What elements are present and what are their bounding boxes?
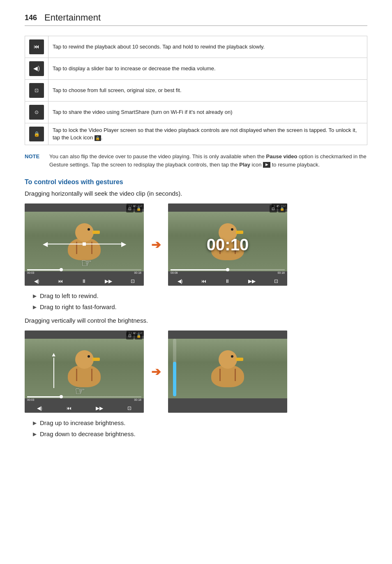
icon-cell-rewind: ⏮: [25, 36, 48, 58]
video-mockup-vertical-after: [168, 331, 287, 413]
time-overlay: 00:10: [207, 236, 249, 254]
full-icon-r: ⊡: [274, 278, 278, 284]
horizontal-gesture-desc: Dragging horizontally will seek the vide…: [25, 190, 367, 197]
up-arrow-icon: ▲: [51, 351, 57, 358]
time-end-label-r: 00:18: [277, 271, 285, 274]
video-mockup-horizontal-after: 00:10 2:45 PM ⊡ 🔒 00:08 00:18: [168, 203, 287, 286]
time-end-v: 00:18: [134, 398, 141, 401]
left-arrow-icon: ◀: [43, 240, 48, 248]
table-row: ⏮ Tap to rewind the playback about 10 se…: [25, 36, 367, 58]
bullet-arrow-icon: ▶: [33, 293, 37, 299]
fwd-icon-r: ▶▶: [248, 278, 256, 284]
page-title: Entertainment: [44, 12, 101, 23]
time-start-label-r: 00:08: [171, 271, 178, 274]
pause-icon-r: ⏸: [225, 278, 230, 284]
page-number: 146: [25, 14, 37, 22]
icon-cell-volume: ◀): [25, 58, 48, 80]
time-start-label: 00:03: [27, 271, 35, 274]
full-icon: ⊡: [131, 278, 135, 284]
brightness-bar: [173, 339, 176, 396]
bottom-controls-v: ◀) ⏮ ▶▶ ⊡: [25, 405, 144, 411]
duck-background-v-result: [168, 339, 287, 398]
time-start-v: 00:03: [27, 398, 35, 401]
icon-cell-lock: 🔒: [25, 123, 48, 145]
video-controls-top-result: ⊡ 🔒: [270, 205, 286, 213]
drag-arrows-horizontal: ◀ ▶: [43, 240, 126, 248]
bullet-drag-up: ▶ Drag up to increase brightness.: [33, 419, 367, 426]
pause-icon-v: ▶▶: [96, 405, 103, 411]
vertical-gesture-images: ▲ ☞ 12:46 AM ⊡ 🔒 00:03 00:18: [25, 331, 367, 413]
table-row: ⊡ Tap to choose from full screen, origin…: [25, 80, 367, 102]
table-row: ⊙ Tap to share the video using SmartShar…: [25, 102, 367, 123]
desc-share: Tap to share the video using SmartShare …: [48, 102, 367, 123]
brightness-fill: [173, 362, 176, 396]
finger-gesture-icon: ☞: [81, 256, 92, 270]
lock-ctrl-icon-v: 🔒: [135, 332, 142, 340]
table-row: ◀) Tap to display a slider bar to increa…: [25, 58, 367, 80]
time-end-label: 00:18: [134, 271, 141, 274]
progress-bar-area: 00:03 00:18: [27, 269, 141, 274]
transition-arrow-v: ➔: [151, 365, 161, 379]
table-row: 🔒 Tap to lock the Video Player screen so…: [25, 123, 367, 145]
horizontal-bullets: ▶ Drag to left to rewind. ▶ Drag to righ…: [33, 292, 367, 310]
desc-screen: Tap to choose from full screen, original…: [48, 80, 367, 102]
video-controls-top: ⊡ 🔒: [126, 205, 142, 213]
note-text: You can also flip the device over to pau…: [49, 153, 367, 169]
icon-reference-table: ⏮ Tap to rewind the playback about 10 se…: [25, 36, 367, 145]
screen-ctrl-icon-r: ⊡: [270, 205, 277, 213]
progress-bar-area-result: 00:08 00:18: [171, 269, 285, 274]
rew-icon: ⏮: [58, 278, 63, 284]
vol-icon: ◀): [34, 278, 39, 284]
desc-rewind: Tap to rewind the playback about 10 seco…: [48, 36, 367, 58]
full-icon-v: ⊡: [127, 405, 131, 411]
icon-cell-screen: ⊡: [25, 80, 48, 102]
page-header: 146 Entertainment: [25, 12, 367, 26]
note-label: NOTE: [25, 153, 49, 169]
vol-icon-v: ◀): [37, 405, 42, 411]
bullet-arrow-icon2: ▶: [33, 304, 37, 310]
drag-arrows-vertical: ▲: [51, 351, 57, 388]
transition-arrow: ➔: [151, 238, 161, 252]
bullet-arrow-icon3: ▶: [33, 420, 37, 426]
rew-icon-r: ⏮: [201, 278, 206, 284]
lock-ctrl-icon-r: 🔒: [278, 205, 286, 213]
video-mockup-horizontal-before: ◀ ▶ ☞ 12:46 AM ⊡ 🔒 00: [25, 203, 144, 286]
right-arrow-icon: ▶: [121, 240, 126, 248]
vertical-bullets: ▶ Drag up to increase brightness. ▶ Drag…: [33, 419, 367, 437]
note-box: NOTE You can also flip the device over t…: [25, 153, 367, 169]
bottom-controls-result: ◀) ⏮ ⏸ ▶▶ ⊡: [168, 278, 287, 284]
vol-icon-r: ◀): [178, 278, 183, 284]
vertical-gesture-desc: Dragging vertically will control the bri…: [25, 317, 367, 324]
bullet-arrow-icon4: ▶: [33, 431, 37, 437]
bullet-drag-down: ▶ Drag down to decrease brightness.: [33, 430, 367, 437]
pause-icon: ⏸: [81, 278, 86, 284]
video-mockup-vertical-before: ▲ ☞ 12:46 AM ⊡ 🔒 00:03 00:18: [25, 331, 144, 413]
rew-icon-v: ⏮: [67, 405, 71, 411]
bullet-rewind: ▶ Drag to left to rewind.: [33, 292, 367, 299]
screen-ctrl-icon: ⊡: [126, 205, 134, 213]
bottom-controls: ◀) ⏮ ⏸ ▶▶ ⊡: [25, 278, 144, 284]
desc-volume: Tap to display a slider bar to increase …: [48, 58, 367, 80]
bullet-fastforward: ▶ Drag to right to fast-forward.: [33, 303, 367, 310]
desc-lock: Tap to lock the Video Player screen so t…: [48, 123, 367, 145]
progress-bar-area-v: 00:03 00:18: [27, 396, 141, 401]
screen-ctrl-icon-v: ⊡: [126, 332, 134, 340]
lock-ctrl-icon: 🔒: [135, 205, 142, 213]
horizontal-gesture-images: ◀ ▶ ☞ 12:46 AM ⊡ 🔒 00: [25, 203, 367, 286]
video-controls-top-v: ⊡ 🔒: [126, 332, 142, 340]
section-heading-gestures: To control videos with gestures: [25, 178, 367, 186]
fwd-icon: ▶▶: [105, 278, 112, 284]
icon-cell-share: ⊙: [25, 102, 48, 123]
